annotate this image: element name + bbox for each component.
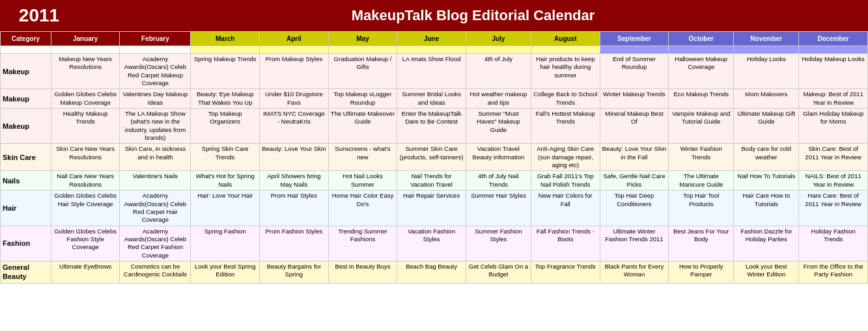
table-cell: Ultimate EyeBrows [51,261,120,283]
color-jul [466,46,531,54]
header-row: 2011 MakeupTalk Blog Editorial Calendar [0,0,868,31]
category-cell: Hair [1,191,51,226]
table-cell: Winter Fashion Trends [669,144,734,171]
nov-header: November [734,32,799,46]
table-cell: Summer Hair Styles [466,191,531,226]
table-cell: Look your Best Spring Edition [191,261,260,283]
color-band-row [1,46,868,54]
table-row: FashionGolden Globes Celebs Fashion Styl… [1,226,868,261]
table-cell: Look your Best Winter Edition [734,261,799,283]
table-cell: Vacation Travel Beauty Information [466,144,531,171]
category-cell: Skin Care [1,144,51,171]
table-row: MakeupMakeup New Years ResolutionsAcadem… [1,54,868,89]
table-cell: The Ultimate Makeover Guide [328,109,397,144]
table-cell: The Ultimate Manicure Guide [669,171,734,191]
table-cell: Beauty: Eye Makeup That Wakes You Up [191,89,260,109]
oct-header: October [669,32,734,46]
table-cell: 4th of July [466,54,531,89]
table-cell: Summer Fashion Styles [466,226,531,261]
table-cell: Eco Makeup Trends [669,89,734,109]
table-cell: Top Hair Deep Conditioners [600,191,669,226]
color-mar [191,46,260,54]
table-row: NailsNail Care New Years ResolutionsVale… [1,171,868,191]
jan-header: January [51,32,120,46]
category-cell: General Beauty [1,261,51,283]
color-feb [120,46,191,54]
color-cat [1,46,51,54]
table-cell: Summer Skin Care (products, self-tanners… [397,144,466,171]
table-cell: Sunscreens - what's new [328,144,397,171]
table-cell: Spring Skin Care Trends [191,144,260,171]
table-cell: Best Jeans For Your Body [669,226,734,261]
table-cell: Safe, Gentle Nail Care Picks [600,171,669,191]
table-cell: Fall's Hottest Makeup Trends [531,109,600,144]
table-cell: Black Pants for Every Woman [600,261,669,283]
editorial-calendar-table: Category January February March April Ma… [0,31,868,284]
table-cell: Skin Care, in sickness and in health [120,144,191,171]
category-cell: Makeup [1,89,51,109]
table-cell: Enter the MakeupTalk Dare to Be Contest [397,109,466,144]
aug-header: August [531,32,600,46]
table-body: MakeupMakeup New Years ResolutionsAcadem… [1,54,868,284]
table-cell: Beauty: Love Your Skin [260,144,329,171]
table-cell: Graduation Makeup / Gifts [328,54,397,89]
table-row: General BeautyUltimate EyeBrowsCosmetics… [1,261,868,283]
color-apr [260,46,329,54]
table-cell: Nail Trends for Vacation Travel [397,171,466,191]
table-cell: Healthy Makeup Trends [51,109,120,144]
may-header: May [328,32,397,46]
color-may [328,46,397,54]
color-oct [669,46,734,54]
table-cell: Golden Globes Celebs Fashion Style Cover… [51,226,120,261]
table-cell: Body care for cold weather [734,144,799,171]
color-nov [734,46,799,54]
table-cell: Holiday Makeup Looks [799,54,868,89]
table-cell: Top Hair Tool Products [669,191,734,226]
table-cell: Best in Beauty Buys [328,261,397,283]
table-row: Skin CareSkin Care New Years Resolutions… [1,144,868,171]
table-cell: Nail How To Tutorials [734,171,799,191]
table-cell: Halloween Makeup Coverage [669,54,734,89]
table-cell: Home Hair Color Easy Do's [328,191,397,226]
table-cell: Skin Care: Best of 2011 Year in Review [799,144,868,171]
table-cell: Grab Fall 2011's Top Nail Polish Trends [531,171,600,191]
color-aug [531,46,600,54]
table-cell: Vampire Makeup and Tutorial Guide [669,109,734,144]
table-cell: Hot weather makeup and tips [466,89,531,109]
table-row: HairGolden Globes Celebs Hair Style Cove… [1,191,868,226]
sep-header: September [600,32,669,46]
table-cell: Skin Care New Years Resolutions [51,144,120,171]
table-cell: Mineral Makeup Best Of [600,109,669,144]
table-cell: Glam Holiday Makeup for Moms [799,109,868,144]
table-cell: How to Properly Pamper [669,261,734,283]
table-cell: Ultimate Winter Fashion Trends 2011 [600,226,669,261]
month-header-row: Category January February March April Ma… [1,32,868,46]
dec-header: December [799,32,868,46]
category-cell: Makeup [1,109,51,144]
table-cell: From the Office to the Party Fashion [799,261,868,283]
table-cell: Golden Globes Celebs Hair Style Coverage [51,191,120,226]
category-header: Category [1,32,51,46]
table-cell: Beauty: Love Your Skin in the Fall [600,144,669,171]
table-cell: Cosmetics can be Cardinogenic Cocktails [120,261,191,283]
table-cell: Academy Awards(Oscars) Celeb Red Carpet … [120,191,191,226]
table-cell: Top Fragrance Trends [531,261,600,283]
table-cell: Top Makeup Organizers [191,109,260,144]
table-cell: Summer Bridal Looks and Ideas [397,89,466,109]
table-cell: 4th of July Nail Trends [466,171,531,191]
category-cell: Nails [1,171,51,191]
table-cell: College Back to School Trends [531,89,600,109]
color-dec [799,46,868,54]
table-cell: Get Celeb Glam On a Budget [466,261,531,283]
table-cell: Prom Fashion Styles [260,226,329,261]
color-sep [600,46,669,54]
table-cell: Winter Makeup Trends [600,89,669,109]
table-cell: Prom Hair Styles [260,191,329,226]
table-cell: IMATS NYC Coverage - NeutraKris [260,109,329,144]
table-cell: Fall Fashion Trends - Boots [531,226,600,261]
table-cell: New Hair Colors for Fall [531,191,600,226]
calendar-wrapper: 2011 MakeupTalk Blog Editorial Calendar … [0,0,868,284]
table-cell: Hair: Love Your Hair [191,191,260,226]
category-cell: Fashion [1,226,51,261]
table-cell: Beauty Bargains for Spring [260,261,329,283]
